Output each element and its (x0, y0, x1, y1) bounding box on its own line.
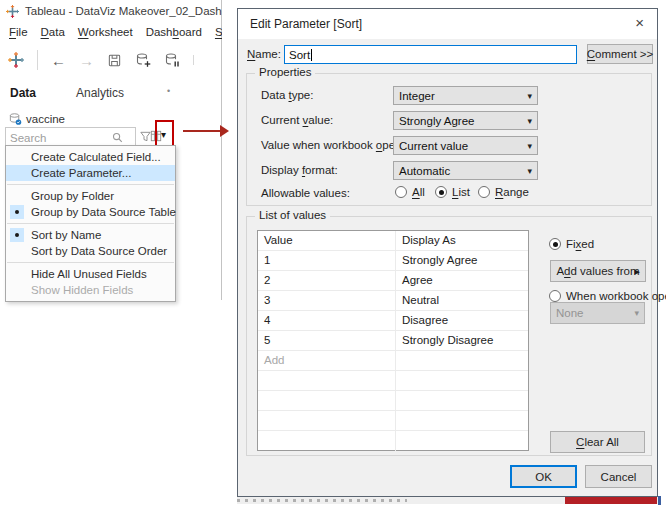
current-value-dropdown[interactable]: Strongly Agree▾ (393, 111, 538, 130)
radio-all[interactable]: All (395, 186, 425, 198)
pause-auto-updates-icon[interactable] (164, 52, 180, 68)
menu-file[interactable]: File (9, 26, 28, 38)
menu-data[interactable]: Data (41, 26, 65, 38)
menu-separator (7, 262, 174, 263)
table-empty-row[interactable] (258, 411, 528, 431)
tab-analytics[interactable]: Analytics (76, 86, 124, 100)
annotation-arrow (183, 130, 221, 132)
menu-bar: File Data Worksheet Dashboard Story (0, 22, 222, 42)
toolbar: ← → (0, 44, 222, 76)
table-row[interactable]: 4 Disagree (258, 311, 528, 331)
data-type-dropdown[interactable]: Integer▾ (393, 86, 538, 105)
name-label: Name: (247, 48, 281, 60)
menu-item-sort-by-data-source-order[interactable]: Sort by Data Source Order (6, 243, 175, 259)
menu-item-create-calculated-field[interactable]: Create Calculated Field... (6, 149, 175, 165)
tab-data[interactable]: Data (10, 86, 36, 100)
menu-item-group-by-folder[interactable]: Group by Folder (6, 188, 175, 204)
data-type-label: Data type: (261, 86, 313, 105)
values-table[interactable]: Value Display As 1 Strongly Agree 2 Agre… (257, 230, 529, 451)
chevron-down-icon: ▾ (527, 166, 532, 176)
chevron-down-icon: ▾ (527, 141, 532, 151)
table-empty-row[interactable] (258, 371, 528, 391)
properties-group: Properties Data type: Integer▾ Current v… (246, 73, 652, 206)
text-caret (311, 49, 312, 61)
menu-item-create-parameter[interactable]: Create Parameter... (6, 165, 175, 181)
radio-selected-icon (549, 238, 561, 250)
workbook-open-value-dropdown[interactable]: None▾ (550, 302, 645, 324)
datasource-name: vaccine (26, 113, 65, 125)
toolbar-divider (37, 50, 38, 70)
menu-item-sort-by-name[interactable]: Sort by Name (6, 227, 175, 243)
dialog-titlebar: Edit Parameter [Sort] × (238, 9, 657, 39)
pane-options-dot-icon: • (167, 86, 170, 96)
menu-dashboard[interactable]: Dashboard (146, 26, 202, 38)
value-when-workbook-opens-dropdown[interactable]: Current value▾ (393, 136, 538, 155)
table-row[interactable]: 5 Strongly Disagree (258, 331, 528, 351)
radio-range[interactable]: Range (478, 186, 529, 198)
fields-context-menu: Create Calculated Field... Create Parame… (5, 145, 176, 302)
menu-item-hide-all-unused-fields[interactable]: Hide All Unused Fields (6, 266, 175, 282)
radio-when-workbook-opens[interactable]: When workbook opens (549, 290, 666, 302)
menu-separator (7, 223, 174, 224)
annotation-arrow-head (220, 125, 229, 137)
selected-bullet-icon (10, 228, 24, 242)
edit-parameter-dialog: Edit Parameter [Sort] × Name: Sort Comme… (237, 8, 658, 497)
table-header-row: Value Display As (258, 231, 528, 251)
datasource-icon (8, 112, 22, 126)
window-title: Tableau - DataViz Makeover_02_Dash (25, 5, 222, 17)
search-input[interactable] (6, 129, 111, 146)
background-fragment-blue-edge (658, 496, 661, 505)
redo-icon[interactable]: → (79, 53, 94, 68)
display-format-dropdown[interactable]: Automatic▾ (393, 161, 538, 180)
table-row[interactable]: 1 Strongly Agree (258, 251, 528, 271)
tableau-logo-button[interactable] (8, 52, 24, 68)
allowable-values-label: Allowable values: (261, 184, 350, 203)
new-data-source-icon[interactable] (135, 52, 151, 68)
properties-group-legend: Properties (255, 66, 315, 78)
ok-button[interactable]: OK (510, 465, 577, 488)
submenu-arrow-icon: ▶ (635, 268, 640, 276)
radio-selected-icon (435, 186, 447, 198)
radio-fixed[interactable]: Fixed (549, 238, 594, 250)
radio-circle-icon (395, 186, 407, 198)
radio-list[interactable]: List (435, 186, 470, 198)
search-icon (111, 131, 124, 144)
table-row[interactable]: 3 Neutral (258, 291, 528, 311)
display-format-label: Display format: (261, 161, 338, 180)
chevron-down-icon: ▾ (527, 91, 532, 101)
table-add-row[interactable]: Add (258, 351, 528, 371)
comment-button[interactable]: Comment >> (587, 44, 653, 64)
menu-worksheet[interactable]: Worksheet (78, 26, 133, 38)
save-icon[interactable] (107, 53, 122, 68)
dialog-title: Edit Parameter [Sort] (250, 17, 362, 31)
background-fragment-ticks (237, 499, 407, 502)
value-when-workbook-opens-label: Value when workbook opens: (261, 136, 410, 155)
cancel-button[interactable]: Cancel (585, 465, 652, 488)
menu-item-group-by-data-source-table[interactable]: Group by Data Source Table (6, 204, 175, 220)
background-fragment-red-bar (565, 497, 657, 504)
col-header-value: Value (258, 231, 395, 250)
menu-item-show-hidden-fields: Show Hidden Fields (6, 282, 175, 298)
list-of-values-legend: List of values (255, 209, 330, 221)
radio-circle-icon (549, 290, 561, 302)
table-empty-row[interactable] (258, 391, 528, 411)
radio-circle-icon (478, 186, 490, 198)
name-input[interactable]: Sort (284, 45, 577, 64)
col-header-display-as: Display As (395, 231, 528, 250)
selected-bullet-icon (10, 205, 24, 219)
tableau-logo-icon (6, 5, 19, 18)
table-empty-row[interactable] (258, 431, 528, 451)
data-pane-tabs: Data Analytics • (0, 84, 221, 106)
list-of-values-group: List of values Value Display As 1 Strong… (246, 216, 652, 456)
close-icon[interactable]: × (632, 14, 647, 32)
undo-icon[interactable]: ← (51, 53, 66, 68)
window-titlebar: Tableau - DataViz Makeover_02_Dash (0, 0, 222, 22)
table-row[interactable]: 2 Agree (258, 271, 528, 291)
chevron-down-icon: ▾ (527, 116, 532, 126)
add-values-from-button[interactable]: Add values from▶ (550, 260, 646, 282)
menu-separator (7, 184, 174, 185)
clear-all-button[interactable]: Clear All (550, 431, 645, 453)
toolbar-divider (193, 55, 194, 65)
menu-story[interactable]: Story (215, 26, 222, 38)
current-value-label: Current value: (261, 111, 333, 130)
